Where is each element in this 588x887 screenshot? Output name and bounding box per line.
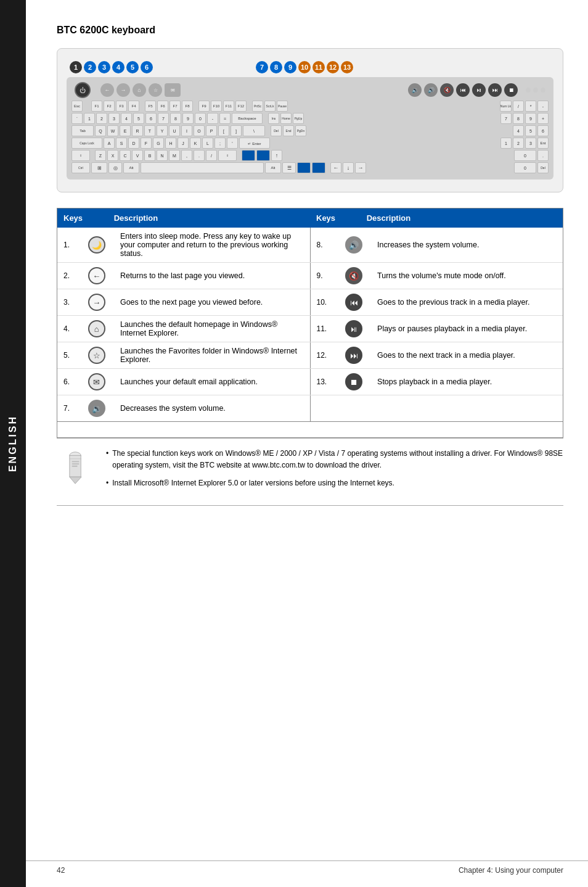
row-desc-right: Turns the volume's mute mode on/off. xyxy=(371,263,563,289)
key-num7: 7 xyxy=(500,113,512,124)
row-num-left: 3. xyxy=(57,289,79,316)
key-numlock: Num Lk xyxy=(500,101,512,112)
key-vol-up: 🔊 xyxy=(424,83,438,97)
key-f12: F12 xyxy=(235,101,247,112)
key-0: 0 xyxy=(195,113,206,124)
num-label-5: 5 xyxy=(126,61,139,73)
key-g: G xyxy=(153,138,164,149)
key-5: 5 xyxy=(133,113,144,124)
key-fav: ☆ xyxy=(149,83,162,97)
key-rightarrow: → xyxy=(355,162,366,173)
key-icon-playpause: ⏯ xyxy=(345,320,362,337)
key-win: ⊞ xyxy=(91,162,107,173)
key-i: I xyxy=(181,125,192,136)
row-icon-right: 🔇 xyxy=(337,263,371,289)
key-ctrl-left: Ctrl xyxy=(71,162,90,173)
key-8: 8 xyxy=(170,113,181,124)
desc-header-left: Description xyxy=(114,213,158,223)
key-k: K xyxy=(190,138,201,149)
key-alt: Alt xyxy=(123,162,139,173)
key-numenter: Ent xyxy=(537,138,549,149)
key-num6: 6 xyxy=(537,125,549,136)
key-num8: 8 xyxy=(513,113,524,124)
keys-header-left: Keys xyxy=(63,213,83,223)
key-shift-right: ⇧ xyxy=(218,150,237,161)
note-icon-area xyxy=(57,448,94,496)
row-num-right: 8. xyxy=(310,228,337,263)
key-ins: Ins xyxy=(268,113,279,124)
key-num4: 4 xyxy=(513,125,524,136)
key-num0: 0 xyxy=(514,150,536,161)
key-leftarrow: ← xyxy=(330,162,341,173)
row-desc-right: Goes to the next track in a media player… xyxy=(371,342,563,369)
key-special4: ☰ xyxy=(282,162,296,173)
key-scrlk: ScrLk xyxy=(264,101,276,112)
page-title: BTC 6200C keyboard xyxy=(57,25,563,36)
key-space xyxy=(141,162,264,173)
row-num-right: 12. xyxy=(310,342,337,369)
key-f: F xyxy=(141,138,152,149)
row-icon-left: ☆ xyxy=(79,342,114,369)
key-9: 9 xyxy=(182,113,194,124)
key-tab: Tab xyxy=(71,125,94,136)
key-icon-home: ⌂ xyxy=(88,320,105,337)
key-backtick: ` xyxy=(71,113,83,124)
table-row: 7.🔉Decreases the system volume. xyxy=(57,395,563,422)
row-icon-left: ⌂ xyxy=(79,316,114,342)
num-label-3: 3 xyxy=(98,61,110,73)
table-header-row: Keys Description Keys Description xyxy=(57,208,563,228)
table-row: 1.🌙Enters into sleep mode. Press any key… xyxy=(57,228,563,263)
key-backspace: Backspace xyxy=(232,113,263,124)
num-label-4: 4 xyxy=(112,61,125,73)
number-row: ` 1 2 3 4 5 6 7 8 9 0 - = Backspace Ins … xyxy=(71,113,549,124)
key-minus: - xyxy=(207,113,218,124)
page-number: 42 xyxy=(57,866,65,875)
key-pause: Pause xyxy=(277,101,288,112)
key-3: 3 xyxy=(108,113,120,124)
key-dot3 xyxy=(541,88,545,93)
row-desc-left: Returns to the last page you viewed. xyxy=(114,263,310,289)
key-home-nav: Home xyxy=(280,113,292,124)
key-special1 xyxy=(242,150,255,161)
key-downarrow: ↓ xyxy=(343,162,354,173)
svg-rect-5 xyxy=(71,463,79,464)
key-mail: ✉ xyxy=(165,83,181,97)
key-1: 1 xyxy=(84,113,95,124)
key-icon-vol-down: 🔉 xyxy=(88,400,105,417)
key-icon-fav: ☆ xyxy=(88,347,105,364)
key-numplus: + xyxy=(537,113,549,124)
fn-keys-row: Esc F1 F2 F3 F4 F5 F6 F7 F8 F9 F10 F11 F… xyxy=(71,101,549,112)
key-icon-stop: ⏹ xyxy=(345,373,362,390)
note-2: Install Microsoft® Internet Explorer 5.0… xyxy=(106,477,563,489)
pen-icon xyxy=(62,451,89,485)
key-special2 xyxy=(256,150,270,161)
num-label-7: 7 xyxy=(256,61,268,73)
row-desc-left: Decreases the system volume. xyxy=(114,395,310,422)
row-desc-right: Plays or pauses playback in a media play… xyxy=(371,316,563,342)
key-special3: ◎ xyxy=(108,162,122,173)
key-f1: F1 xyxy=(91,101,102,112)
key-f8: F8 xyxy=(182,101,193,112)
key-prtscn: PrtSc xyxy=(252,101,263,112)
key-2: 2 xyxy=(96,113,107,124)
row-icon-right xyxy=(337,395,371,422)
key-x: X xyxy=(107,150,118,161)
key-f5: F5 xyxy=(145,101,156,112)
num-label-2: 2 xyxy=(84,61,96,73)
key-uparrow: ↑ xyxy=(271,150,282,161)
table-row: 3.→Goes to the next page you viewed befo… xyxy=(57,289,563,316)
qwerty-row: Tab Q W E R T Y U I O P [ ] \ Del End Pg… xyxy=(71,125,549,136)
key-del: Del xyxy=(271,125,282,136)
row-num-left: 4. xyxy=(57,316,79,342)
row-desc-right: Goes to the previous track in a media pl… xyxy=(371,289,563,316)
row-num-left: 1. xyxy=(57,228,79,263)
key-z: Z xyxy=(95,150,106,161)
key-comma: , xyxy=(181,150,192,161)
key-e: E xyxy=(120,125,131,136)
key-vol-down: 🔉 xyxy=(408,83,422,97)
row-num-left: 5. xyxy=(57,342,79,369)
num-label-13: 13 xyxy=(341,61,353,73)
key-7: 7 xyxy=(158,113,169,124)
key-slash: / xyxy=(206,150,217,161)
row-desc-right: Increases the system volume. xyxy=(371,228,563,263)
